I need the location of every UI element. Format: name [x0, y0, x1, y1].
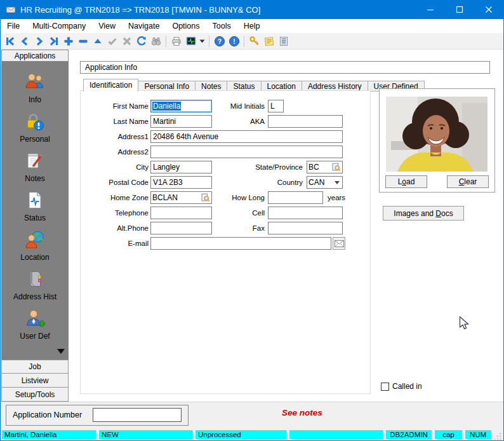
mouse-cursor [459, 316, 470, 333]
alt-phone-label: Alt.Phone [81, 222, 149, 234]
application-number-group: Application Number [6, 405, 189, 426]
sidebar-tab-setup-tools[interactable]: Setup/Tools [1, 388, 69, 402]
help-icon[interactable]: ? [212, 34, 227, 48]
sidebar-item-info[interactable]: Info [1, 69, 69, 108]
address1-label: Address1 [81, 130, 149, 143]
aka-field[interactable] [268, 115, 343, 128]
delete-record-icon[interactable] [76, 34, 90, 48]
sidebar-scroll-down-icon[interactable] [57, 349, 65, 354]
app-window: HR Recruiting @ TRN2018 => TRN2018 [TMWI… [0, 0, 504, 441]
sidebar-tab-job[interactable]: Job [1, 360, 69, 374]
last-name-label: Last Name [81, 115, 149, 128]
address1-field[interactable] [150, 130, 343, 143]
cell-field[interactable] [268, 207, 343, 219]
photo-group: Load Clear [379, 88, 495, 193]
next-record-icon[interactable] [32, 34, 46, 48]
status-user: DB2ADMIN [386, 430, 432, 439]
cancel-icon[interactable] [119, 34, 134, 48]
sidebar-header-applications[interactable]: Applications [1, 50, 69, 62]
email-field[interactable] [150, 237, 331, 250]
refresh-icon[interactable] [134, 34, 149, 48]
address2-label: Address2 [81, 146, 149, 158]
sidebar-tab-listview[interactable]: Listview [1, 374, 69, 388]
find-binoculars-icon[interactable] [149, 34, 163, 48]
print-icon[interactable] [169, 34, 183, 48]
menu-item-help[interactable]: Help [237, 19, 267, 33]
last-record-icon[interactable] [46, 34, 61, 48]
maximize-button[interactable] [445, 0, 474, 19]
status-page-icon [24, 191, 46, 212]
see-notes-text: See notes [282, 408, 322, 417]
add-record-icon[interactable] [61, 34, 76, 48]
state-lookup-icon[interactable] [332, 163, 341, 172]
how-long-label: How Long [196, 191, 265, 204]
people-icon [24, 72, 46, 93]
close-button[interactable] [474, 0, 503, 19]
images-and-docs-button[interactable]: Images and Docs [383, 206, 464, 221]
svg-text:?: ? [217, 37, 221, 44]
toolbar-separator [166, 36, 166, 47]
called-in-label: Called in [392, 382, 422, 391]
called-in-checkbox[interactable] [381, 383, 389, 391]
application-number-field[interactable] [93, 408, 182, 422]
sticky-note-icon[interactable] [262, 34, 276, 48]
sidebar-item-location[interactable]: Location [1, 226, 69, 266]
move-up-icon[interactable] [90, 34, 105, 48]
menu-item-navigate[interactable]: Navigate [122, 19, 166, 33]
toolbar: ? ! [1, 33, 503, 50]
mid-initials-field[interactable] [268, 100, 284, 112]
sidebar-item-user-def[interactable]: User Def [1, 305, 69, 344]
bottom-bar: Application Number See notes [1, 402, 503, 430]
clear-button[interactable]: Clear [447, 175, 489, 188]
aka-label: AKA [196, 115, 265, 128]
sidebar-item-notes[interactable]: Notes [1, 147, 69, 187]
status-applicant-name: Martini, Daniella [2, 430, 96, 439]
binder-icon [24, 269, 46, 290]
tab-identification[interactable]: Identification [83, 79, 138, 92]
person-globe-icon [24, 230, 46, 251]
state-field[interactable]: BC [307, 161, 343, 173]
application-number-label: Application Number [13, 405, 82, 425]
sidebar-item-label: Address Hist [13, 292, 56, 301]
sidebar-item-address-hist[interactable]: Address Hist [1, 266, 69, 305]
status-num: NUM [465, 430, 491, 439]
app-mail-icon [6, 4, 16, 15]
sidebar-item-label: Location [20, 253, 49, 262]
address2-field[interactable] [150, 146, 343, 158]
first-record-icon[interactable] [3, 34, 17, 48]
country-label: Country [195, 176, 303, 189]
menu-item-options[interactable]: Options [166, 19, 206, 33]
send-email-button[interactable] [333, 237, 345, 250]
load-button[interactable]: Load [385, 175, 427, 188]
security-keys-icon[interactable] [247, 34, 262, 48]
fax-field[interactable] [268, 222, 343, 234]
country-dropdown[interactable]: CAN [307, 176, 343, 189]
first-name-label: First Name [81, 100, 149, 112]
menu-bar: File Multi-Company View Navigate Options… [1, 19, 503, 33]
menu-item-multi-company[interactable]: Multi-Company [26, 19, 92, 33]
monitor-dropdown-icon[interactable] [198, 34, 206, 48]
sidebar-item-label: Notes [25, 174, 44, 183]
person-add-icon [24, 309, 46, 330]
previous-record-icon[interactable] [17, 34, 32, 48]
first-name-value: Daniella [152, 102, 181, 111]
data-monitor-icon[interactable] [183, 34, 198, 48]
menu-item-view[interactable]: View [92, 19, 122, 33]
sidebar-item-label: Personal [20, 135, 50, 144]
fax-label: Fax [196, 222, 265, 234]
email-label: E-mail [81, 237, 149, 250]
accept-icon[interactable] [105, 34, 119, 48]
sidebar-item-personal[interactable]: Personal [1, 108, 69, 147]
how-long-field[interactable] [268, 191, 323, 204]
chevron-down-icon [335, 181, 340, 184]
menu-item-file[interactable]: File [1, 19, 26, 33]
notepad-pencil-icon [24, 151, 46, 172]
minimize-button[interactable] [416, 0, 445, 19]
home-zone-value: BCLAN [152, 193, 178, 202]
city-label: City [81, 161, 149, 173]
sidebar-item-status[interactable]: Status [1, 187, 69, 226]
menu-item-tools[interactable]: Tools [206, 19, 237, 33]
resize-grip[interactable] [494, 431, 502, 441]
about-icon[interactable]: ! [227, 34, 241, 48]
report-icon[interactable] [276, 34, 291, 48]
